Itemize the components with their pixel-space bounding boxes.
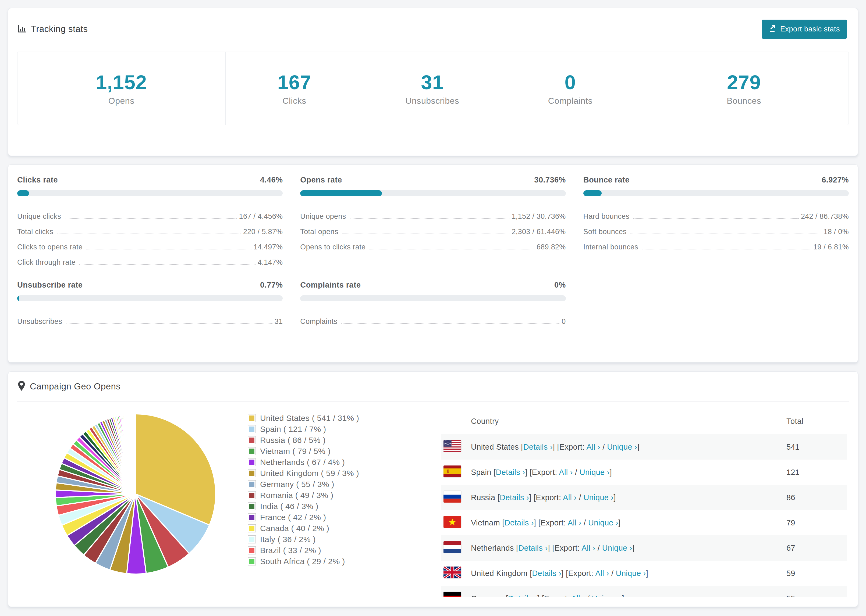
stat-value: 279 (727, 71, 761, 94)
legend-swatch (248, 425, 256, 433)
dotted-leader (642, 249, 811, 250)
export-all-link[interactable]: All › (571, 594, 585, 597)
rate-block-unsubscribe-rate: Unsubscribe rate0.77%Unsubscribes31 (17, 281, 283, 326)
export-unique-link[interactable]: Unique › (588, 519, 618, 527)
stat-label: Complaints (548, 96, 592, 106)
details-link[interactable]: Details › (508, 594, 537, 597)
export-all-link[interactable]: All › (587, 443, 600, 451)
details-link[interactable]: Details › (518, 544, 548, 552)
legend-item-brazil: Brazil ( 33 / 2% ) (248, 545, 359, 556)
export-all-link[interactable]: All › (563, 493, 576, 502)
country-cell: Germany [Details ›] [Export: All › / Uni… (471, 594, 786, 597)
rate-value: 6.927% (822, 176, 849, 184)
details-link[interactable]: Details › (496, 468, 525, 476)
legend-swatch (248, 447, 256, 455)
legend-swatch (248, 524, 256, 533)
export-unique-link[interactable]: Unique › (607, 443, 637, 451)
export-all-link[interactable]: All › (559, 468, 573, 476)
export-unique-link[interactable]: Unique › (584, 493, 614, 502)
map-pin-icon (17, 380, 26, 392)
slash: / (600, 443, 607, 451)
legend-label: United Kingdom ( 59 / 3% ) (260, 469, 359, 478)
rate-detail-value: 689.82% (537, 243, 566, 251)
rate-progress-track (583, 190, 849, 196)
dotted-leader (630, 234, 821, 234)
dotted-leader (79, 264, 255, 265)
stat-value: 1,152 (96, 71, 147, 94)
slash: / (573, 468, 579, 476)
export-unique-link[interactable]: Unique › (579, 468, 610, 476)
bracket: ] (614, 493, 616, 502)
es-flag-icon (444, 465, 461, 479)
rate-detail-row: Unique clicks167 / 4.456% (17, 205, 283, 221)
rate-detail-label: Unique clicks (17, 212, 61, 221)
geo-table-body: United States [Details ›] [Export: All ›… (441, 434, 847, 597)
legend-swatch (248, 491, 256, 499)
gb-flag-icon (444, 567, 461, 580)
bracket: [ (502, 519, 504, 527)
dotted-leader (350, 218, 510, 219)
rate-detail-row: Hard bounces242 / 86.738% (583, 205, 849, 221)
details-link[interactable]: Details › (500, 493, 529, 502)
rate-detail-label: Click through rate (17, 258, 76, 267)
export-label: Export: (559, 443, 587, 451)
legend-label: Italy ( 36 / 2% ) (260, 535, 316, 544)
rate-detail-row: Soft bounces18 / 0% (583, 221, 849, 236)
country-name: United States (471, 443, 521, 451)
geo-table-row-vn: Vietnam [Details ›] [Export: All › / Uni… (441, 510, 847, 535)
details-link[interactable]: Details › (532, 569, 561, 578)
rate-head: Clicks rate4.46% (17, 176, 283, 184)
rate-title: Bounce rate (583, 176, 630, 184)
geo-country-table[interactable]: Country Total United States [Details ›] … (441, 408, 847, 597)
export-all-link[interactable]: All › (595, 569, 609, 578)
rate-detail-row: Opens to clicks rate689.82% (300, 236, 565, 251)
details-link[interactable]: Details › (523, 443, 553, 451)
export-unique-link[interactable]: Unique › (616, 569, 646, 578)
export-icon (768, 24, 777, 34)
de-flag-icon (444, 592, 461, 597)
legend-swatch (248, 458, 256, 466)
dotted-leader (66, 323, 272, 324)
stats-summary-row: 1,152Opens167Clicks31Unsubscribes0Compla… (17, 52, 849, 125)
geo-title-wrap: Campaign Geo Opens (17, 380, 120, 392)
nl-flag-icon (444, 541, 461, 555)
country-name: Vietnam (471, 519, 502, 527)
rate-detail-row: Unique opens1,152 / 30.736% (300, 205, 565, 221)
rate-detail-label: Unsubscribes (17, 317, 62, 326)
country-cell: United Kingdom [Details ›] [Export: All … (471, 569, 786, 578)
rate-detail-rows: Complaints0 (300, 310, 565, 326)
export-basic-stats-button[interactable]: Export basic stats (762, 20, 847, 39)
bracket: ] [ (534, 519, 540, 527)
rate-progress-fill (300, 190, 382, 196)
export-unique-link[interactable]: Unique › (602, 544, 632, 552)
campaign-geo-opens-card: Campaign Geo Opens United States ( 541 /… (8, 371, 858, 607)
us-flag-icon (444, 440, 461, 454)
pie-slice-71 (135, 414, 135, 494)
export-unique-link[interactable]: Unique › (592, 594, 622, 597)
rate-detail-value: 4.147% (258, 258, 283, 267)
pie-legend: United States ( 541 / 31% )Spain ( 121 /… (248, 413, 359, 567)
legend-item-spain: Spain ( 121 / 7% ) (248, 424, 359, 435)
legend-swatch (248, 480, 256, 488)
bar-chart-icon (17, 24, 27, 35)
rate-detail-value: 220 / 5.87% (243, 228, 283, 236)
export-all-link[interactable]: All › (581, 544, 595, 552)
geo-table-row-es: Spain [Details ›] [Export: All › / Uniqu… (441, 460, 847, 485)
country-name: Russia (471, 493, 498, 502)
rate-detail-value: 0 (562, 317, 565, 326)
country-name: Spain (471, 468, 493, 476)
rate-block-bounce-rate: Bounce rate6.927%Hard bounces242 / 86.73… (583, 176, 849, 267)
slash: / (577, 493, 584, 502)
bracket: [ (498, 493, 500, 502)
rate-detail-label: Total opens (300, 228, 338, 236)
export-label: Export: (568, 569, 595, 578)
country-name: Germany (471, 594, 506, 597)
rate-detail-rows: Hard bounces242 / 86.738%Soft bounces18 … (583, 205, 849, 251)
rate-block-complaints-rate: Complaints rate0%Complaints0 (300, 281, 565, 326)
details-link[interactable]: Details › (505, 519, 534, 527)
rate-detail-label: Unique opens (300, 212, 346, 221)
rate-detail-rows: Unsubscribes31 (17, 310, 283, 326)
country-cell: Vietnam [Details ›] [Export: All › / Uni… (471, 519, 786, 527)
legend-item-russia: Russia ( 86 / 5% ) (248, 435, 359, 446)
export-all-link[interactable]: All › (568, 519, 581, 527)
